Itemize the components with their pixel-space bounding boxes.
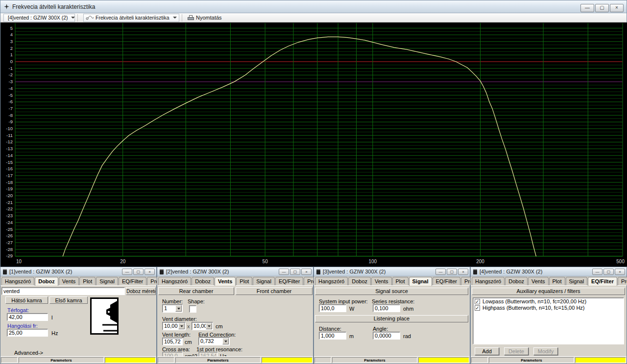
vent-length-input[interactable]	[162, 338, 183, 345]
source-select[interactable]: [4]vented : GZIW 300X (2)	[3, 14, 75, 22]
filter-list-item[interactable]: ✓Lowpass (Butterworth, n=10, fc=200,00 H…	[473, 298, 624, 304]
svg-text:-26: -26	[6, 233, 13, 238]
vent-diameter-label: Vent diameter:	[162, 316, 197, 322]
tab-eq-filter[interactable]: EQ/Filter	[119, 277, 146, 285]
maximize-button[interactable]: ▢	[447, 269, 457, 275]
add-filter-button[interactable]: Add	[475, 347, 499, 355]
svg-text:-29: -29	[6, 253, 13, 258]
input-power-input[interactable]	[319, 304, 346, 312]
minimize-button[interactable]: —	[580, 4, 594, 12]
status-parameters: Parameters	[175, 357, 261, 363]
close-button[interactable]: ×	[458, 269, 468, 275]
box-dimensions-button[interactable]: Doboz méretei	[126, 287, 156, 295]
tab-eq-filter[interactable]: EQ/Filter	[275, 277, 303, 285]
vent-diameter-select-2[interactable]: 10,00	[192, 322, 213, 330]
tab-project[interactable]: Project	[618, 277, 627, 285]
close-button[interactable]: ×	[615, 269, 625, 275]
minimize-button[interactable]: —	[592, 269, 603, 275]
tab-plot[interactable]: Plot	[392, 277, 409, 285]
tab-hangsz-r-[interactable]: Hangszóró	[315, 277, 348, 285]
tuning-frequency-input[interactable]	[7, 329, 48, 337]
vent-diameter-select-1[interactable]: 10,00	[162, 322, 186, 330]
tab-vents[interactable]: Vents	[528, 277, 549, 285]
minimize-button[interactable]: —	[435, 269, 446, 275]
curve-icon	[86, 15, 94, 21]
maximize-button[interactable]: ▢	[133, 269, 144, 275]
box-diagram	[90, 297, 119, 335]
close-button[interactable]: ×	[301, 269, 312, 275]
tab-plot[interactable]: Plot	[236, 277, 252, 285]
tab-vents[interactable]: Vents	[371, 277, 392, 285]
chevron-down-icon[interactable]	[206, 323, 212, 329]
angle-input[interactable]	[373, 332, 400, 340]
tab-plot[interactable]: Plot	[549, 277, 565, 285]
svg-text:-13: -13	[6, 146, 13, 151]
box-type-input[interactable]	[1, 287, 125, 295]
tab-eq-filter[interactable]: EQ/Filter	[588, 277, 617, 286]
maximize-button[interactable]: ▢	[290, 269, 300, 275]
vent-shape-square-button[interactable]	[189, 305, 196, 313]
frequency-response-chart[interactable]: 543210-1-2-3-4-5-6-7-8-9-10-11-12-13-14-…	[0, 23, 627, 267]
series-resistance-input[interactable]	[373, 304, 400, 312]
window-icon	[160, 269, 164, 274]
tab-doboz[interactable]: Doboz	[192, 277, 214, 285]
close-button[interactable]: ×	[610, 4, 624, 12]
modify-filter-button[interactable]: Modify	[533, 347, 558, 355]
filter-list-item[interactable]: ✓Highpass (Butterworth, n=10, fc=15,00 H…	[473, 304, 624, 311]
filter-list[interactable]: ✓Lowpass (Butterworth, n=10, fc=200,00 H…	[473, 297, 624, 344]
maximize-button[interactable]: ▢	[603, 269, 614, 275]
tab-doboz[interactable]: Doboz	[348, 277, 371, 285]
vents-window-titlebar[interactable]: [2]vented : GZIW 300X (2) — ▢ ×	[157, 267, 313, 276]
tab-plot[interactable]: Plot	[79, 277, 96, 285]
eq-filter-window: [4]vented : GZIW 300X (2) — ▢ × Hangszór…	[470, 267, 627, 364]
tab-signal[interactable]: Signal	[409, 277, 432, 286]
toolbar-separator	[182, 14, 182, 22]
eq-filter-window-titlebar[interactable]: [4]vented : GZIW 300X (2) — ▢ ×	[471, 267, 627, 276]
tab-doboz[interactable]: Doboz	[35, 277, 58, 286]
print-button[interactable]: Nyomtatás	[185, 14, 225, 22]
input-power-label: System input power:	[319, 298, 368, 304]
front-chamber-tab[interactable]: Első kamra	[49, 296, 88, 304]
minimize-button[interactable]: —	[279, 269, 289, 275]
tab-hangsz-r-[interactable]: Hangszóró	[158, 277, 191, 285]
front-chamber-header[interactable]: Front chamber	[236, 287, 313, 295]
tab-signal[interactable]: Signal	[96, 277, 118, 285]
rear-chamber-header[interactable]: Rear chamber	[158, 287, 234, 295]
vent-number-select[interactable]: 1	[162, 304, 183, 313]
filter-label: Lowpass (Butterworth, n=10, fc=200,00 Hz…	[482, 298, 586, 304]
status-progress	[105, 357, 156, 363]
plot-window-titlebar[interactable]: Frekvecia átviteli karakterisztika — ▢ ×	[0, 0, 627, 13]
tab-vents[interactable]: Vents	[215, 277, 236, 286]
delete-filter-button[interactable]: Delete	[504, 347, 529, 355]
svg-text:0: 0	[10, 59, 13, 64]
signal-window-titlebar[interactable]: [3]vented : GZIW 300X (2) — ▢ ×	[314, 267, 470, 276]
chevron-down-icon[interactable]	[222, 338, 229, 344]
box-window-titlebar[interactable]: [1]vented : GZIW 300X (2) — ▢ ×	[0, 267, 156, 276]
chart-type-select[interactable]: Frekvecia átviteli karakteriisztika	[83, 14, 179, 22]
tab-hangsz-r-[interactable]: Hangszóró	[472, 277, 505, 285]
advanced-link[interactable]: Advanced->	[14, 350, 43, 356]
svg-text:-9: -9	[9, 119, 13, 124]
tab-doboz[interactable]: Doboz	[505, 277, 528, 285]
distance-input[interactable]	[319, 332, 346, 340]
tab-hangsz-r-[interactable]: Hangszóró	[1, 277, 34, 285]
chevron-down-icon[interactable]	[175, 305, 182, 312]
volume-input[interactable]	[7, 313, 48, 321]
rear-chamber-tab[interactable]: Hátsó kamra	[5, 296, 48, 304]
tab-vents[interactable]: Vents	[59, 277, 79, 285]
tab-eq-filter[interactable]: EQ/Filter	[433, 277, 460, 285]
svg-text:5: 5	[10, 25, 13, 31]
end-correction-select[interactable]: 0,732	[198, 337, 230, 345]
filter-checkbox[interactable]: ✓	[475, 305, 480, 311]
chevron-down-icon	[71, 17, 75, 19]
chevron-down-icon[interactable]	[178, 323, 185, 329]
filter-checkbox[interactable]: ✓	[475, 299, 480, 304]
maximize-button[interactable]: ▢	[595, 4, 609, 12]
tuning-frequency-label[interactable]: Hangolási fr:	[7, 323, 38, 329]
close-button[interactable]: ×	[145, 269, 155, 275]
tab-signal[interactable]: Signal	[253, 277, 275, 285]
minimize-button[interactable]: —	[122, 269, 132, 275]
vent-length-label: Vent length:	[162, 332, 191, 338]
volume-label[interactable]: Térfogat:	[7, 307, 29, 313]
tab-signal[interactable]: Signal	[566, 277, 588, 285]
